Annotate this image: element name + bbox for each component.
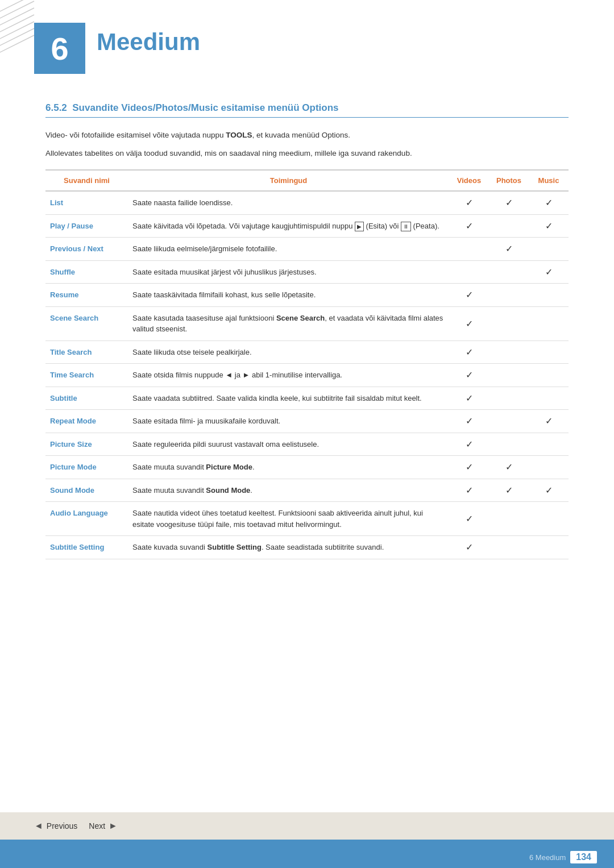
footer-page-number: 134 bbox=[570, 851, 597, 863]
row-music-check bbox=[529, 306, 569, 340]
next-button[interactable]: Next ► bbox=[89, 821, 118, 831]
previous-button[interactable]: ◄ Previous bbox=[34, 821, 77, 831]
row-videos-check bbox=[449, 238, 489, 261]
row-desc: Saate naasta failide loendisse. bbox=[128, 191, 449, 214]
row-photos-check bbox=[489, 306, 529, 340]
svg-line-0 bbox=[0, 0, 34, 17]
row-photos-check bbox=[489, 502, 529, 536]
footer: 6 Meedium 134 bbox=[0, 840, 614, 868]
table-row: ListSaate naasta failide loendisse. bbox=[45, 191, 569, 214]
row-videos-check bbox=[449, 479, 489, 502]
row-desc: Saate kasutada taasesituse ajal funktsio… bbox=[128, 306, 449, 340]
row-desc: Saate käivitada või lõpetada. Või vajuta… bbox=[128, 214, 449, 238]
row-desc: Saate esitada muusikat järjest või juhus… bbox=[128, 260, 449, 284]
row-videos-check bbox=[449, 260, 489, 284]
row-videos-check bbox=[449, 340, 489, 364]
row-photos-check bbox=[489, 191, 529, 214]
row-name: Audio Language bbox=[45, 502, 128, 536]
row-music-check bbox=[529, 479, 569, 502]
row-photos-check bbox=[489, 364, 529, 387]
row-name: Subtitle Setting bbox=[45, 536, 128, 559]
row-music-check bbox=[529, 340, 569, 364]
svg-line-3 bbox=[0, 15, 34, 38]
row-desc: Saate liikuda eelmisele/järgmisele fotof… bbox=[128, 238, 449, 261]
intro-line2: Allolevates tabelites on välja toodud su… bbox=[45, 147, 569, 160]
col-header-name: Suvandi nimi bbox=[45, 170, 128, 191]
row-music-check bbox=[529, 214, 569, 238]
row-music-check bbox=[529, 387, 569, 410]
table-row: Previous / NextSaate liikuda eelmisele/j… bbox=[45, 238, 569, 261]
row-photos-check bbox=[489, 340, 529, 364]
row-music-check bbox=[529, 191, 569, 214]
row-videos-check bbox=[449, 306, 489, 340]
row-photos-check bbox=[489, 260, 529, 284]
footer-chapter-label: 6 Meedium bbox=[529, 853, 566, 862]
svg-line-4 bbox=[0, 22, 34, 44]
section-title: 6.5.2 Suvandite Videos/Photos/Music esit… bbox=[45, 102, 569, 118]
row-music-check bbox=[529, 502, 569, 536]
table-row: Subtitle SettingSaate kuvada suvandi Sub… bbox=[45, 536, 569, 559]
row-name: Resume bbox=[45, 284, 128, 307]
page: 6 Meedium 6.5.2 Suvandite Videos/Photos/… bbox=[0, 0, 614, 868]
row-videos-check bbox=[449, 433, 489, 456]
row-music-check bbox=[529, 260, 569, 284]
svg-line-5 bbox=[0, 28, 34, 51]
row-name: Previous / Next bbox=[45, 238, 128, 261]
previous-label[interactable]: Previous bbox=[47, 821, 77, 830]
row-photos-check bbox=[489, 433, 529, 456]
row-desc: Saate nautida videot ühes toetatud keelt… bbox=[128, 502, 449, 536]
table-row: Title SearchSaate liikuda otse teisele p… bbox=[45, 340, 569, 364]
row-desc: Saate taaskäivitada filmifaili kohast, k… bbox=[128, 284, 449, 307]
row-music-check bbox=[529, 456, 569, 479]
row-photos-check bbox=[489, 536, 529, 559]
row-videos-check bbox=[449, 387, 489, 410]
next-label[interactable]: Next bbox=[89, 821, 105, 830]
table-row: Sound ModeSaate muuta suvandit Sound Mod… bbox=[45, 479, 569, 502]
table-row: Picture SizeSaate reguleerida pildi suur… bbox=[45, 433, 569, 456]
row-desc: Saate kuvada suvandi Subtitle Setting. S… bbox=[128, 536, 449, 559]
svg-line-2 bbox=[0, 8, 34, 31]
chapter-header: 6 Meedium bbox=[0, 0, 614, 68]
row-photos-check bbox=[489, 214, 529, 238]
row-name: Play / Pause bbox=[45, 214, 128, 238]
col-header-actions: Toimingud bbox=[128, 170, 449, 191]
svg-line-1 bbox=[0, 1, 34, 24]
row-music-check bbox=[529, 284, 569, 307]
table-row: Scene SearchSaate kasutada taasesituse a… bbox=[45, 306, 569, 340]
table-row: Picture ModeSaate muuta suvandit Picture… bbox=[45, 456, 569, 479]
col-header-videos: Videos bbox=[449, 170, 489, 191]
table-row: Audio LanguageSaate nautida videot ühes … bbox=[45, 502, 569, 536]
col-header-music: Music bbox=[529, 170, 569, 191]
row-music-check bbox=[529, 238, 569, 261]
row-name: Repeat Mode bbox=[45, 410, 128, 433]
footer-page-info: 6 Meedium 134 bbox=[529, 851, 597, 863]
row-desc: Saate muuta suvandit Picture Mode. bbox=[128, 456, 449, 479]
row-music-check bbox=[529, 433, 569, 456]
row-name: List bbox=[45, 191, 128, 214]
table-row: ResumeSaate taaskäivitada filmifaili koh… bbox=[45, 284, 569, 307]
row-desc: Saate esitada filmi- ja muusikafaile kor… bbox=[128, 410, 449, 433]
row-photos-check bbox=[489, 284, 529, 307]
row-photos-check bbox=[489, 238, 529, 261]
row-name: Title Search bbox=[45, 340, 128, 364]
row-photos-check bbox=[489, 456, 529, 479]
row-photos-check bbox=[489, 387, 529, 410]
row-videos-check bbox=[449, 364, 489, 387]
row-photos-check bbox=[489, 410, 529, 433]
row-videos-check bbox=[449, 456, 489, 479]
row-desc: Saate otsida filmis nuppude ◄ ja ► abil … bbox=[128, 364, 449, 387]
row-desc: Saate vaadata subtiitred. Saate valida k… bbox=[128, 387, 449, 410]
col-header-photos: Photos bbox=[489, 170, 529, 191]
row-desc: Saate muuta suvandit Sound Mode. bbox=[128, 479, 449, 502]
table-row: Time SearchSaate otsida filmis nuppude ◄… bbox=[45, 364, 569, 387]
intro-line1: Video- või fotofailide esitamisel võite … bbox=[45, 129, 569, 142]
row-videos-check bbox=[449, 410, 489, 433]
nav-bar: ◄ Previous Next ► bbox=[0, 812, 614, 840]
row-name: Shuffle bbox=[45, 260, 128, 284]
svg-line-6 bbox=[0, 35, 34, 57]
row-music-check bbox=[529, 536, 569, 559]
row-videos-check bbox=[449, 214, 489, 238]
row-desc: Saate reguleerida pildi suurust vastaval… bbox=[128, 433, 449, 456]
row-name: Picture Size bbox=[45, 433, 128, 456]
chapter-number: 6 bbox=[34, 23, 85, 74]
